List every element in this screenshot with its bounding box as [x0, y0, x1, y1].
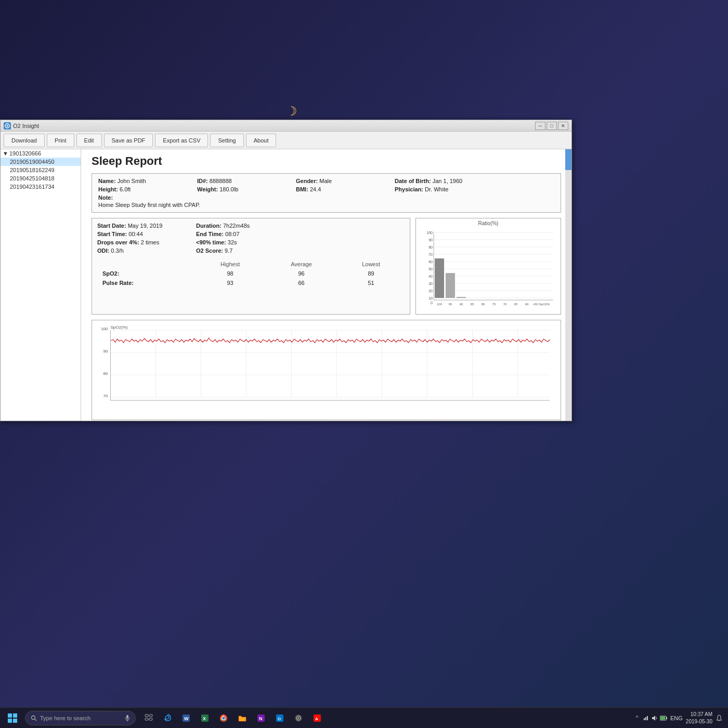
patient-name: Name: John Smith — [98, 178, 181, 184]
svg-point-62 — [32, 716, 35, 719]
task-view-button[interactable] — [140, 709, 158, 727]
desktop: ☽ O2 Insight ─ □ ✕ Download — [0, 0, 728, 728]
svg-text:W: W — [184, 716, 189, 721]
minimize-button[interactable]: ─ — [535, 122, 545, 130]
spo2-highest: 98 — [196, 269, 264, 278]
name-label: Name: — [98, 178, 116, 184]
chevron-up-icon[interactable]: ^ — [633, 714, 641, 722]
patient-gender: Gender: Male — [296, 178, 379, 184]
svg-text:80: 80 — [482, 303, 485, 306]
svg-point-87 — [298, 717, 300, 719]
svg-rect-90 — [644, 718, 645, 720]
close-button[interactable]: ✕ — [558, 122, 568, 130]
physician-value: Dr. White — [425, 186, 448, 192]
pulse-lowest: 51 — [339, 279, 404, 287]
moon-icon: ☽ — [286, 104, 302, 120]
toolbar: Download Print Edit Save as PDF Export a… — [1, 132, 571, 149]
about-button[interactable]: About — [246, 134, 277, 147]
lt90-label: <90% time: — [196, 239, 226, 245]
sidebar-item-3[interactable]: 20190423161734 — [1, 183, 81, 191]
explorer-button[interactable] — [233, 709, 251, 727]
window-app-icon — [4, 122, 11, 129]
patient-bmi: BMI: 24.4 — [296, 186, 379, 192]
weight-value: 180.0lb — [219, 186, 238, 192]
svg-rect-91 — [645, 717, 646, 720]
maximize-button[interactable]: □ — [547, 122, 557, 130]
patient-height: Height: 6.0ft — [98, 186, 181, 192]
camera-button[interactable] — [290, 709, 307, 727]
vertical-scrollbar[interactable] — [565, 149, 571, 421]
edit-button[interactable]: Edit — [76, 134, 102, 147]
svg-rect-58 — [8, 713, 12, 718]
start-date-value: May 19, 2019 — [128, 223, 163, 229]
dob-label: Date of Birth: — [395, 178, 431, 184]
content-area[interactable]: Sleep Report Name: John Smith ID#: 88888… — [81, 149, 571, 421]
svg-text:20: 20 — [428, 289, 433, 293]
svg-rect-64 — [126, 715, 128, 719]
clock[interactable]: 10:37 AM 2019-05-30 — [686, 711, 712, 725]
taskbar-right: ^ — [633, 711, 726, 725]
network-icon[interactable] — [642, 714, 649, 722]
window-titlebar: O2 Insight ─ □ ✕ — [1, 120, 571, 132]
gender-value: Male — [319, 178, 332, 184]
edge-button[interactable] — [159, 709, 176, 727]
taskbar: Type here to search — [0, 707, 728, 728]
sidebar-item-2[interactable]: 20190425104818 — [1, 174, 81, 183]
sidebar-item-1[interactable]: 20190518162249 — [1, 166, 81, 174]
svg-text:X: X — [203, 716, 206, 721]
window-title: O2 Insight — [13, 123, 39, 129]
duration: Duration: 7h22m48s — [196, 223, 279, 229]
start-time-label: Start Time: — [97, 231, 127, 237]
pulse-label: Pulse Rate: — [98, 279, 195, 287]
svg-text:40: 40 — [428, 275, 433, 278]
svg-text:65: 65 — [514, 303, 518, 306]
svg-text:N: N — [259, 716, 263, 721]
svg-text:85: 85 — [471, 303, 474, 306]
chrome-icon — [219, 713, 228, 723]
patient-weight: Weight: 180.0lb — [197, 186, 280, 192]
sidebar-item-0[interactable]: 20190519004450 — [1, 158, 81, 166]
battery-icon[interactable] — [660, 714, 667, 722]
patient-id: ID#: 8888888 — [197, 178, 280, 184]
taskbar-search[interactable]: Type here to search — [25, 711, 136, 725]
patient-info-box: Name: John Smith ID#: 8888888 Gender: Ma… — [92, 173, 561, 213]
outlook-button[interactable]: O — [271, 709, 289, 727]
setting-button[interactable]: Setting — [210, 134, 243, 147]
excel-button[interactable]: X — [196, 709, 214, 727]
scrollbar-thumb[interactable] — [565, 149, 571, 170]
spo2-average: 96 — [265, 269, 337, 278]
chrome-button[interactable] — [215, 709, 232, 727]
sidebar-root-item[interactable]: ▼ 1901320666 — [1, 149, 81, 158]
svg-text:<60 SpO2%: <60 SpO2% — [533, 303, 550, 306]
svg-rect-68 — [149, 714, 152, 717]
export-csv-button[interactable]: Export as CSV — [155, 134, 208, 147]
onenote-icon: N — [256, 713, 266, 723]
word-button[interactable]: W — [177, 709, 195, 727]
svg-text:60: 60 — [428, 260, 433, 264]
download-button[interactable]: Download — [4, 134, 45, 147]
stats-row-3: Drops over 4%: 2 times <90% time: 32s — [97, 239, 405, 245]
onenote-button[interactable]: N — [252, 709, 270, 727]
outlook-icon: O — [275, 713, 284, 723]
print-button[interactable]: Print — [47, 134, 74, 147]
svg-text:60: 60 — [525, 303, 529, 306]
microphone-icon — [125, 715, 130, 721]
volume-icon[interactable] — [651, 714, 658, 722]
save-pdf-button[interactable]: Save as PDF — [104, 134, 153, 147]
sidebar[interactable]: ▼ 1901320666 20190519004450 201905181622… — [1, 149, 81, 421]
svg-rect-25 — [457, 297, 466, 298]
lt90-time: <90% time: 32s — [196, 239, 279, 245]
end-time-value: 08:07 — [225, 231, 240, 237]
end-time: End Time: 08:07 — [196, 231, 279, 237]
svg-rect-92 — [647, 716, 648, 720]
acrobat-button[interactable]: A — [308, 709, 326, 727]
clock-date: 2019-05-30 — [686, 718, 712, 725]
spo2-chart-box: 100 90 80 70 SpO2(%) — [92, 320, 561, 420]
notification-icon[interactable] — [716, 714, 723, 722]
start-button[interactable] — [2, 709, 23, 727]
drops-over: Drops over 4%: 2 times — [97, 239, 180, 245]
bmi-value: 24.4 — [310, 186, 321, 192]
clock-time: 10:37 AM — [686, 711, 712, 718]
start-time-value: 00:44 — [128, 231, 143, 237]
info-row-1: Name: John Smith ID#: 8888888 Gender: Ma… — [98, 178, 554, 184]
